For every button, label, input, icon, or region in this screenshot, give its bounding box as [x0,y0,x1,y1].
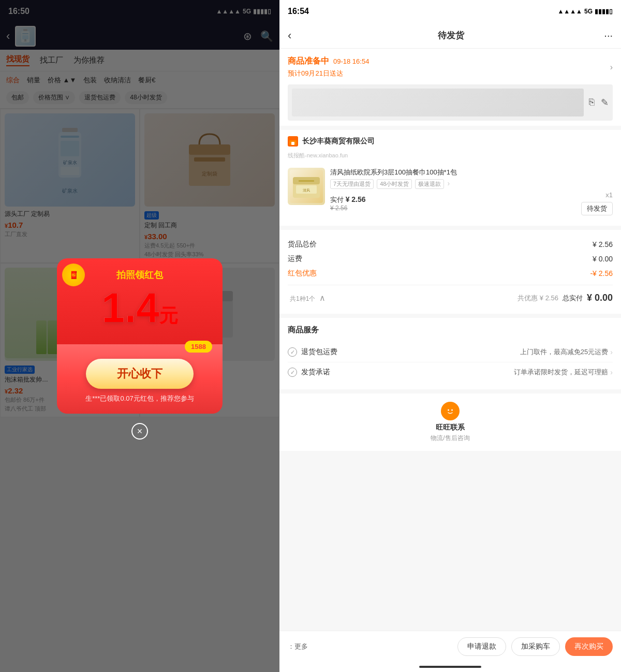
tissue-box-svg: 清风 [291,171,322,202]
re-title: 拍照领红包 [72,269,207,281]
right-content: 商品准备中 09-18 16:54 预计09月21日送达 › ⎘ ✎ [279,49,621,631]
price-final-label: 总实付 [563,294,583,303]
product-image-bar: ⎘ ✎ [288,84,613,121]
service-row-shipping[interactable]: ✓ 发货承诺 订单承诺限时发货，延迟可理赔 › [288,362,613,382]
right-more-button[interactable]: ··· [604,30,613,41]
re-collect-button[interactable]: 开心收下 [86,359,194,389]
price-row-goods: 货品总价 ¥ 2.56 [288,237,613,252]
goods-total-value: ¥ 2.56 [593,240,613,249]
shipping-value: ¥ 0.00 [593,255,613,263]
re-close-button[interactable]: × [131,423,148,440]
red-envelope-modal: 🧧 拍照领红包 1.4 元 1588 开心收下 生***已领取0.07元红包，推… [57,258,223,414]
order-status-left: 商品准备中 09-18 16:54 预计09月21日送达 [288,56,369,78]
item-actual-price: 实付 ¥ 2.56 [330,195,366,204]
contact-subtitle: 物流/售后咨询 [431,434,469,443]
price-expand-icon[interactable]: ∧ [319,294,326,302]
red-envelope-overlay: 🧧 拍照领红包 1.4 元 1588 开心收下 生***已领取0.07元红包，推… [0,0,279,672]
service-shipping-desc: 订单承诺限时发货，延迟可理赔 [514,368,608,377]
right-back-button[interactable]: ‹ [288,29,291,42]
refund-button[interactable]: 申请退款 [457,637,506,656]
indicator-bar [419,666,481,668]
order-item: 清风 清风抽纸欧院系列3层100抽餐巾100抽*1包 7天无理由退货 48小时发… [288,164,613,220]
right-time: 16:54 [288,7,309,16]
service-shipping-icon: ✓ [288,368,297,377]
edit-icon[interactable]: ✎ [601,97,609,108]
service-row-return[interactable]: ✓ 退货包运费 上门取件，最高减免25元运费 › [288,342,613,362]
item-status-badge[interactable]: 待发货 [581,202,613,215]
item-tag-arrow: › [447,179,450,189]
right-battery-icon: ▮▮▮▮▯ [595,8,613,15]
item-image-inner: 清风 [290,170,323,203]
order-status-title: 商品准备中 [288,56,329,67]
svg-point-27 [451,410,453,411]
item-original-price: ¥ 2.56 [330,204,366,212]
shipping-label: 运费 [288,254,302,264]
right-status-bar: 16:54 ▲▲▲▲ 5G ▮▮▮▮▯ [279,0,621,23]
discount-label: 红包优惠 [288,269,317,278]
contact-section: 旺旺联系 物流/售后咨询 [279,393,621,451]
item-info: 清风抽纸欧院系列3层100抽餐巾100抽*1包 7天无理由退货 48小时发货 极… [330,168,613,215]
watermark-text: 线报酷-new.xianbao.fun [288,152,613,159]
service-shipping-name: 发货承诺 [301,368,330,377]
order-status-section: 商品准备中 09-18 16:54 预计09月21日送达 › ⎘ ✎ [279,49,621,126]
order-estimated-delivery: 预计09月21日送达 [288,69,369,78]
red-envelope-bottom: 开心收下 生***已领取0.07元红包，推荐您参与 [57,344,223,414]
order-status-time: 09-18 16:54 [333,57,369,65]
item-title: 清风抽纸欧院系列3层100抽餐巾100抽*1包 [330,168,613,177]
right-panel: 16:54 ▲▲▲▲ 5G ▮▮▮▮▯ ‹ 待发货 ··· 商品准备中 09-1… [279,0,621,672]
merchant-section: 长沙丰葵商贸有限公司 线报酷-new.xianbao.fun 清风 [279,130,621,226]
service-shipping-right: 订单承诺限时发货，延迟可理赔 › [514,368,613,377]
rebuy-button[interactable]: 再次购买 [565,637,613,656]
right-status-right: ▲▲▲▲ 5G ▮▮▮▮▯ [557,8,613,15]
item-tag-1: 48小时发货 [377,179,412,189]
item-image: 清风 [288,168,325,205]
wangwang-face-svg [445,405,456,417]
svg-rect-19 [291,142,294,145]
merchant-icon [288,136,298,147]
service-return-right: 上门取件，最高减免25元运费 › [520,347,613,357]
contact-title: 旺旺联系 [436,423,465,432]
image-action-icons: ⎘ ✎ [584,97,609,108]
svg-point-26 [448,410,449,411]
discount-value: -¥ 2.56 [590,269,613,277]
item-qty: x1 [605,191,613,199]
order-status-header[interactable]: 商品准备中 09-18 16:54 预计09月21日送达 › [288,56,613,78]
add-to-cart-button[interactable]: 加采购车 [511,637,560,656]
left-panel: 16:50 ▲▲▲▲ 5G ▮▮▮▮▯ ‹ 水 ⊛ 🔍 [0,0,279,672]
price-row-discount: 红包优惠 -¥ 2.56 [288,266,613,281]
service-return-desc: 上门取件，最高减免25元运费 [520,347,608,357]
right-nav-bar: ‹ 待发货 ··· [279,23,621,49]
price-total-row: 共1种1个 ∧ 共优惠 ¥ 2.56 总实付 ¥ 0.00 [288,289,613,306]
red-envelope-top: 🧧 拍照领红包 1.4 元 1588 [57,258,223,344]
service-return-arrow: › [610,348,613,356]
price-divider [288,285,613,285]
goods-total-label: 货品总价 [288,240,317,249]
service-shipping-arrow: › [610,368,613,376]
services-title: 商品服务 [288,325,613,335]
service-return-icon: ✓ [288,347,297,357]
svg-point-25 [445,406,455,416]
re-decoration: 🧧 [62,264,85,286]
bottom-action-bar: ：更多 申请退款 加采购车 再次购买 [279,631,621,662]
price-row-shipping: 运费 ¥ 0.00 [288,252,613,266]
svg-text:清风: 清风 [303,188,310,192]
store-icon [289,137,297,145]
right-page-title: 待发货 [298,30,604,41]
item-tags: 7天无理由退货 48小时发货 极速退款 › [330,179,613,189]
product-image-placeholder [292,89,584,116]
price-count: 共1种1个 ∧ [288,293,326,303]
item-price-row: 实付 ¥ 2.56 ¥ 2.56 x1 待发货 [330,191,613,215]
item-tag-0: 7天无理由退货 [330,179,374,189]
order-status-arrow-icon: › [610,63,613,72]
right-signal-icon: ▲▲▲▲ [557,8,582,15]
re-coupon-badge: 1588 [185,341,212,353]
bottom-more-text: ：更多 [288,642,308,651]
price-total-right: 共优惠 ¥ 2.56 总实付 ¥ 0.00 [518,293,613,303]
price-summary-section: 货品总价 ¥ 2.56 运费 ¥ 0.00 红包优惠 -¥ 2.56 共1种1个… [279,230,621,314]
bottom-action-buttons: 申请退款 加采购车 再次购买 [457,637,613,656]
price-final-value: ¥ 0.00 [587,293,613,303]
copy-icon[interactable]: ⎘ [589,97,595,108]
service-return-left: ✓ 退货包运费 [288,347,337,357]
svg-rect-22 [299,180,314,182]
merchant-name-text: 长沙丰葵商贸有限公司 [302,137,375,146]
